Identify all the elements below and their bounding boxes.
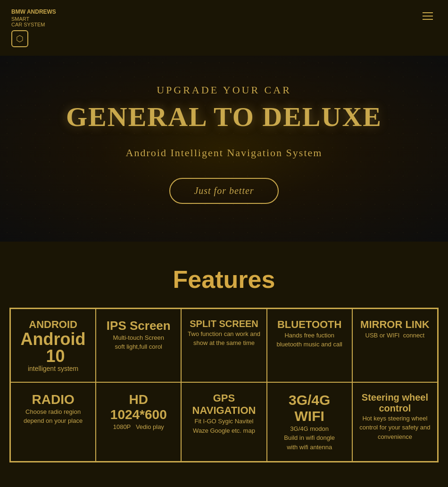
wifi-body: 3G/4G modonBuild in wifi donglewith wifi… [273, 424, 346, 452]
mirror-body: USB or WIFI connect [358, 331, 431, 340]
features-grid: ANDROID Android 10 intelligent system IP… [9, 308, 439, 463]
mirror-title: MIRROR LINK [358, 319, 431, 331]
ips-body: Multi-touch Screensoft light,full corol [102, 333, 175, 352]
gps-title: GPSNAVIGATION [187, 392, 260, 417]
split-body: Two function can work andshow at the sam… [187, 329, 260, 348]
feature-bluetooth: BLUETOOTH Hands free fuctionbluetooth mu… [267, 309, 352, 382]
hero-description: Android Intelligent Navigation System [0, 147, 448, 159]
feature-android: ANDROID Android 10 intelligent system [10, 309, 96, 382]
android-sub: intelligent system [17, 365, 90, 372]
bluetooth-body: Hands free fuctionbluetooth music and ca… [273, 331, 346, 349]
ips-title: IPS Screen [102, 319, 175, 333]
feature-mirror: MIRROR LINK USB or WIFI connect [352, 309, 438, 382]
feature-wifi: 3G/4G WIFI 3G/4G modonBuild in wifi dong… [267, 382, 352, 462]
android-title: ANDROID [17, 319, 90, 331]
hd-body: 1080P Vedio play [102, 422, 175, 432]
hero-section: UPGRADE YOUR CAR GENERAL TO DELUXE Andro… [0, 56, 448, 242]
hero-title: GENERAL TO DELUXE [0, 101, 448, 133]
steering-body: Hot keys steering wheelcontrol for your … [358, 414, 431, 442]
feature-ips: IPS Screen Multi-touch Screensoft light,… [96, 309, 181, 382]
android-version: Android 10 [17, 331, 90, 365]
feature-steering: Steering wheel control Hot keys steering… [352, 382, 438, 462]
hamburger-menu[interactable] [419, 8, 437, 24]
features-section: Features ANDROID Android 10 intelligent … [0, 242, 448, 477]
gps-body: Fit I-GO Sygic NavitelWaze Google etc. m… [187, 417, 260, 435]
feature-hd: HD 1024*600 1080P Vedio play [96, 382, 181, 462]
radio-body: Choose radio regiondepend on your place [17, 407, 90, 426]
hd-title: HD 1024*600 [102, 392, 175, 422]
wifi-title: 3G/4G WIFI [273, 392, 346, 424]
split-title: SPLIT SCREEN [187, 319, 260, 329]
brand-sub2: CAR SYSTEM [11, 22, 56, 27]
steering-title: Steering wheel control [358, 392, 431, 414]
logo-hex: ⬡ [11, 30, 28, 47]
feature-radio: RADIO Choose radio regiondepend on your … [10, 382, 96, 462]
brand-block: BMW ANDREWS SMART CAR SYSTEM ⬡ [11, 8, 56, 47]
feature-gps: GPSNAVIGATION Fit I-GO Sygic NavitelWaze… [181, 382, 266, 462]
hero-subtitle: UPGRADE YOUR CAR [0, 84, 448, 96]
feature-split: SPLIT SCREEN Two function can work andsh… [181, 309, 266, 382]
brand-sub1: SMART [11, 16, 56, 22]
radio-title: RADIO [17, 392, 90, 407]
features-title: Features [9, 265, 439, 294]
header: BMW ANDREWS SMART CAR SYSTEM ⬡ [0, 0, 448, 56]
brand-name: BMW ANDREWS [11, 8, 56, 16]
bluetooth-title: BLUETOOTH [273, 319, 346, 331]
cta-button[interactable]: Just for better [169, 178, 278, 204]
